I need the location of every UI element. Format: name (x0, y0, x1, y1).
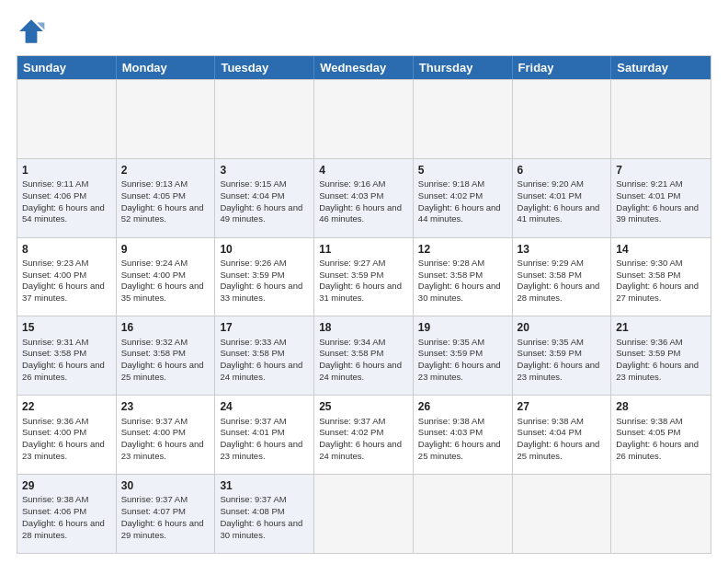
sunset: Sunset: 4:06 PM (22, 190, 86, 201)
sunset: Sunset: 3:58 PM (518, 270, 582, 280)
day-number: 29 (22, 478, 111, 493)
day-number: 9 (121, 242, 210, 257)
day-number: 31 (220, 478, 309, 493)
daylight: Daylight: 6 hours and 46 minutes. (319, 202, 402, 224)
sunset: Sunset: 4:06 PM (22, 506, 86, 516)
calendar-cell: 18Sunrise: 9:34 AMSunset: 3:58 PMDayligh… (314, 316, 414, 395)
calendar-cell: 6Sunrise: 9:20 AMSunset: 4:01 PMDaylight… (513, 159, 612, 237)
sunset: Sunset: 4:07 PM (121, 506, 186, 516)
sunrise: Sunrise: 9:37 AM (121, 494, 188, 504)
day-number: 28 (616, 399, 706, 414)
day-number: 16 (121, 320, 210, 335)
sunset: Sunset: 3:59 PM (319, 270, 383, 280)
daylight: Daylight: 6 hours and 54 minutes. (22, 202, 105, 224)
sunrise: Sunrise: 9:37 AM (121, 416, 188, 426)
sunset: Sunset: 3:59 PM (418, 348, 483, 358)
day-number: 2 (121, 163, 210, 178)
day-number: 14 (616, 242, 706, 257)
calendar-cell: 31Sunrise: 9:37 AMSunset: 4:08 PMDayligh… (215, 475, 314, 553)
calendar-cell: 16Sunrise: 9:32 AMSunset: 3:58 PMDayligh… (117, 316, 216, 395)
sunrise: Sunrise: 9:30 AM (616, 258, 682, 268)
calendar-cell: 11Sunrise: 9:27 AMSunset: 3:59 PMDayligh… (314, 238, 414, 316)
calendar-cell: 24Sunrise: 9:37 AMSunset: 4:01 PMDayligh… (215, 396, 314, 474)
sunset: Sunset: 4:08 PM (220, 506, 284, 516)
daylight: Daylight: 6 hours and 29 minutes. (121, 518, 204, 540)
calendar-cell: 1Sunrise: 9:11 AMSunset: 4:06 PMDaylight… (17, 159, 117, 237)
header-cell-thursday: Thursday (414, 56, 513, 79)
day-number: 30 (121, 478, 210, 493)
sunrise: Sunrise: 9:34 AM (319, 337, 385, 347)
calendar-cell: 19Sunrise: 9:35 AMSunset: 3:59 PMDayligh… (414, 316, 513, 395)
calendar-cell: 7Sunrise: 9:21 AMSunset: 4:01 PMDaylight… (611, 159, 711, 237)
calendar-cell (611, 80, 711, 158)
header-cell-tuesday: Tuesday (215, 56, 314, 79)
day-number: 11 (319, 242, 408, 257)
daylight: Daylight: 6 hours and 24 minutes. (220, 360, 302, 382)
daylight: Daylight: 6 hours and 24 minutes. (319, 439, 402, 461)
sunset: Sunset: 4:00 PM (121, 427, 186, 437)
sunrise: Sunrise: 9:16 AM (319, 178, 385, 189)
day-number: 25 (319, 399, 408, 414)
calendar-cell: 26Sunrise: 9:38 AMSunset: 4:03 PMDayligh… (414, 396, 513, 474)
daylight: Daylight: 6 hours and 30 minutes. (220, 518, 302, 540)
sunset: Sunset: 3:59 PM (616, 348, 680, 358)
calendar-header: SundayMondayTuesdayWednesdayThursdayFrid… (17, 56, 711, 79)
sunset: Sunset: 4:00 PM (121, 270, 186, 280)
sunset: Sunset: 3:58 PM (616, 270, 680, 280)
daylight: Daylight: 6 hours and 28 minutes. (22, 518, 105, 540)
day-number: 23 (121, 399, 210, 414)
daylight: Daylight: 6 hours and 35 minutes. (121, 281, 204, 303)
calendar-week-4: 22Sunrise: 9:36 AMSunset: 4:00 PMDayligh… (17, 395, 711, 474)
day-number: 1 (22, 163, 111, 178)
sunrise: Sunrise: 9:37 AM (220, 494, 286, 504)
calendar-cell: 22Sunrise: 9:36 AMSunset: 4:00 PMDayligh… (17, 396, 117, 474)
calendar-cell: 29Sunrise: 9:38 AMSunset: 4:06 PMDayligh… (17, 475, 117, 553)
daylight: Daylight: 6 hours and 52 minutes. (121, 202, 204, 224)
sunrise: Sunrise: 9:33 AM (220, 337, 286, 347)
daylight: Daylight: 6 hours and 23 minutes. (121, 439, 204, 461)
sunrise: Sunrise: 9:38 AM (616, 416, 682, 426)
day-number: 22 (22, 399, 111, 414)
calendar-cell: 25Sunrise: 9:37 AMSunset: 4:02 PMDayligh… (314, 396, 414, 474)
sunset: Sunset: 4:03 PM (319, 190, 383, 201)
calendar-cell: 4Sunrise: 9:16 AMSunset: 4:03 PMDaylight… (314, 159, 414, 237)
sunrise: Sunrise: 9:26 AM (220, 258, 286, 268)
calendar-cell: 13Sunrise: 9:29 AMSunset: 3:58 PMDayligh… (513, 238, 612, 316)
daylight: Daylight: 6 hours and 33 minutes. (220, 281, 302, 303)
daylight: Daylight: 6 hours and 26 minutes. (22, 360, 105, 382)
day-number: 21 (616, 320, 706, 335)
calendar-cell: 15Sunrise: 9:31 AMSunset: 3:58 PMDayligh… (17, 316, 117, 395)
header-cell-saturday: Saturday (611, 56, 711, 79)
sunrise: Sunrise: 9:32 AM (121, 337, 188, 347)
daylight: Daylight: 6 hours and 23 minutes. (418, 360, 501, 382)
sunset: Sunset: 4:02 PM (319, 427, 383, 437)
calendar-cell: 3Sunrise: 9:15 AMSunset: 4:04 PMDaylight… (215, 159, 314, 237)
logo-icon (17, 17, 46, 46)
daylight: Daylight: 6 hours and 37 minutes. (22, 281, 105, 303)
sunset: Sunset: 4:05 PM (121, 190, 186, 201)
day-number: 27 (518, 399, 607, 414)
calendar-cell: 20Sunrise: 9:35 AMSunset: 3:59 PMDayligh… (513, 316, 612, 395)
daylight: Daylight: 6 hours and 44 minutes. (418, 202, 501, 224)
sunrise: Sunrise: 9:38 AM (418, 416, 484, 426)
day-number: 7 (616, 163, 706, 178)
calendar-cell: 23Sunrise: 9:37 AMSunset: 4:00 PMDayligh… (117, 396, 216, 474)
page: SundayMondayTuesdayWednesdayThursdayFrid… (0, 0, 728, 563)
calendar-cell (314, 80, 414, 158)
sunset: Sunset: 3:59 PM (518, 348, 582, 358)
sunset: Sunset: 3:58 PM (418, 270, 483, 280)
sunset: Sunset: 4:02 PM (418, 190, 483, 201)
day-number: 19 (418, 320, 507, 335)
sunrise: Sunrise: 9:37 AM (220, 416, 286, 426)
sunset: Sunset: 4:00 PM (22, 427, 86, 437)
logo (17, 17, 50, 46)
calendar-cell (117, 80, 216, 158)
day-number: 15 (22, 320, 111, 335)
sunrise: Sunrise: 9:20 AM (518, 178, 584, 189)
calendar-week-1: 1Sunrise: 9:11 AMSunset: 4:06 PMDaylight… (17, 158, 711, 237)
sunrise: Sunrise: 9:29 AM (518, 258, 584, 268)
day-number: 20 (518, 320, 607, 335)
daylight: Daylight: 6 hours and 28 minutes. (518, 281, 600, 303)
sunset: Sunset: 4:04 PM (220, 190, 284, 201)
sunset: Sunset: 3:58 PM (220, 348, 284, 358)
